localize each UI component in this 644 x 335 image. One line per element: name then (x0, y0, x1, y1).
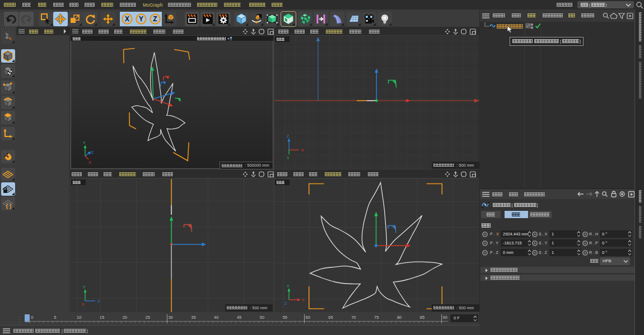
svg-text:45: 45 (237, 315, 241, 320)
svg-text:Y: Y (83, 285, 86, 289)
svg-text:Z: Z (284, 301, 287, 305)
svg-text:40: 40 (214, 315, 218, 320)
svg-text:5: 5 (54, 315, 56, 320)
svg-text:80: 80 (397, 315, 402, 320)
svg-text:75: 75 (374, 315, 379, 320)
svg-text:Z: Z (91, 150, 94, 154)
svg-text:20: 20 (123, 315, 127, 320)
svg-text:Y: Y (138, 15, 143, 23)
svg-text:X: X (301, 148, 304, 152)
svg-text:X: X (82, 303, 85, 306)
svg-text:X: X (124, 15, 129, 23)
svg-text:30: 30 (168, 315, 172, 320)
svg-text:Z: Z (287, 134, 290, 138)
svg-text:Y: Y (83, 141, 86, 145)
svg-text:10: 10 (77, 315, 81, 320)
svg-text:60: 60 (306, 315, 310, 320)
svg-text:Y: Y (287, 156, 290, 160)
svg-text:Z: Z (153, 15, 157, 23)
svg-text:0: 0 (31, 315, 33, 320)
svg-text:X: X (302, 298, 305, 302)
svg-text:65: 65 (328, 315, 333, 320)
svg-text:70: 70 (351, 315, 356, 320)
svg-text:90: 90 (443, 315, 447, 320)
svg-text:Y: Y (287, 284, 290, 288)
svg-text:(): () (6, 204, 12, 210)
svg-text:25: 25 (146, 315, 150, 320)
svg-text:50: 50 (260, 315, 264, 320)
svg-text:X: X (88, 161, 91, 164)
svg-text:Z: Z (97, 299, 100, 303)
svg-text:85: 85 (420, 315, 424, 320)
svg-text:35: 35 (191, 315, 195, 320)
svg-text:55: 55 (283, 315, 287, 320)
svg-text:15: 15 (100, 315, 104, 320)
